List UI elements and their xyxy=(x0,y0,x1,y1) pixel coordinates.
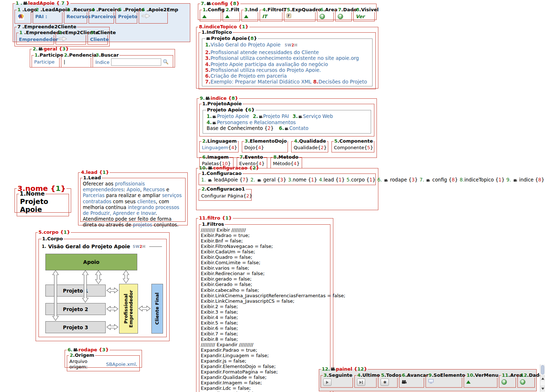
parceiros-link[interactable]: Parceiros xyxy=(91,14,116,19)
field-cliente: 3 .Cliente Cliente xyxy=(88,30,108,45)
field-area2: 11.Area xyxy=(499,373,516,388)
ver-toggle[interactable]: Ver xyxy=(356,14,365,19)
topic-link[interactable]: Decisões do Projeto xyxy=(318,79,367,85)
field-todos: 5.Todos xyxy=(378,373,397,388)
panel-rodape: 6.rodape {3} 2.Origem Arquivo origem: SB… xyxy=(65,347,142,368)
projector-icon xyxy=(208,179,212,182)
nav-link[interactable]: Personagens e Relacionamentos xyxy=(217,120,296,125)
nav-link[interactable]: Projeto Apoie xyxy=(217,114,249,119)
export-table-icon[interactable] xyxy=(286,13,291,19)
help-icon[interactable] xyxy=(338,14,343,19)
configure-page-link[interactable]: Configurar Página xyxy=(201,193,243,199)
field-empreendedor: 1 .Empreendedor Empreendedor xyxy=(16,30,54,45)
pai-link[interactable]: PAI : xyxy=(35,14,47,19)
nav-item: 3.Serviço Web xyxy=(293,114,333,119)
projector-icon xyxy=(513,179,517,182)
field-nome: 1.Nome Projeto Apoie xyxy=(17,191,69,216)
summary-segment: 6. rodape {3} xyxy=(377,177,418,183)
nav-link[interactable]: Projeto PAI xyxy=(263,114,289,119)
right-arrow-icon[interactable] xyxy=(141,13,151,20)
recursos-link[interactable]: Recursos xyxy=(66,14,91,19)
lead-text-segment[interactable]: Parcerias xyxy=(83,193,105,198)
origin-file-link[interactable]: SBApoie.xml xyxy=(106,362,136,367)
lead-text-segment: e xyxy=(165,187,169,192)
screen-icon[interactable] xyxy=(428,379,434,385)
right-arrow-icon[interactable] xyxy=(58,36,68,43)
topic-link[interactable]: Profissional atende necessidades do Clie… xyxy=(211,49,319,55)
panel-lead-header: 4.lead {1} xyxy=(80,170,110,175)
projeto-link[interactable]: Projeto xyxy=(118,14,137,19)
panel-corpo: 5.corpo {1} 1.Corpo 1. Visão Geral do Pr… xyxy=(36,230,170,341)
panel-painel: 12.painel {12} 3.Seguinte 4.Ultimo 5.Tod… xyxy=(319,367,537,391)
title-rule xyxy=(149,246,162,247)
panel-painel-header: 12.painel {12} xyxy=(321,367,368,372)
menu-triangle-icon[interactable] xyxy=(466,380,471,384)
topic-link[interactable]: Criação de Projeto em parceria xyxy=(211,73,287,79)
last-button[interactable] xyxy=(357,379,365,386)
diagram-title: 1. Visão Geral do Projeto Apoie 5W2H xyxy=(42,244,163,249)
apoio-diagram: Apoio Projeto 1 Projeto 2 Projeto 3 Prof… xyxy=(41,251,164,336)
topic-item: 2.Profissional atende necessidades do Cl… xyxy=(205,49,369,55)
field-configuracao: 1.Configuracao 1. leadApoie {7}2. geral … xyxy=(199,171,376,185)
field-participe: 1.Participe Participe xyxy=(32,53,60,68)
scroll-up-button[interactable] xyxy=(540,376,545,381)
topic-link[interactable]: Projeto Apoie participa da avaliação do … xyxy=(211,61,328,67)
scroll-down-button[interactable] xyxy=(540,386,545,391)
down-arrow-icon xyxy=(541,388,544,390)
panel-geral: 2.geral {3} 1.Participe Participe 2.Pend… xyxy=(30,46,175,68)
participe-link[interactable]: Participe xyxy=(34,59,54,65)
field-dado: 7.Dado xyxy=(335,7,352,21)
panel-leadapoie-header: 1 .leadApoie { 7 } xyxy=(15,1,70,6)
topic-link[interactable]: Profissional utiliza conhecimento existe… xyxy=(211,55,359,61)
filter-code-line: Exibir.FiltroNavegacao = false; xyxy=(201,244,329,249)
scrollbar-thumb[interactable] xyxy=(541,365,544,375)
lead-text-segment[interactable]: projetos xyxy=(133,222,152,228)
cliente-link[interactable]: Cliente xyxy=(90,37,109,42)
topic-item: 5.Profissional utiliza recursos do Proje… xyxy=(205,67,369,73)
index-card: 3.ElementoDojoDojo {4} xyxy=(242,139,288,152)
projector-icon xyxy=(212,122,216,124)
field-ind: 3.Ind xyxy=(241,7,258,21)
help-icon[interactable] xyxy=(501,379,507,385)
topic-link[interactable]: Profissional utiliza recursos do Projeto… xyxy=(211,67,321,73)
all-button[interactable] xyxy=(381,379,389,386)
index-card-link[interactable]: Linguagem xyxy=(202,145,228,150)
projector-icon xyxy=(212,115,216,118)
search-icon[interactable] xyxy=(163,59,168,66)
filter-code-line: Expandir.Linguagem = false; xyxy=(201,353,329,358)
collapse-triangle-icon[interactable] xyxy=(244,15,248,18)
it-toggle[interactable]: IT xyxy=(262,14,267,19)
filter-code-line: Exibir.Padrao = true; xyxy=(201,233,329,238)
topic-link[interactable]: Visão Geral do Projeto Apoie xyxy=(211,42,281,48)
help-icon[interactable] xyxy=(320,14,325,19)
indice-label[interactable]: Índice xyxy=(95,60,109,65)
lead-text-segment[interactable]: Recursos xyxy=(143,187,165,192)
nav-item: 1.Projeto Apoie xyxy=(207,114,249,119)
nav-link[interactable]: Contato xyxy=(289,126,308,131)
filter-code-line: Exibir.2 = false; xyxy=(201,304,329,309)
field-logo: 1 .Logo xyxy=(15,7,31,24)
summary-segment: 5.corpo {1} xyxy=(346,177,375,183)
filter-code-line: Exibir.Bnf = false; xyxy=(201,238,329,244)
projector-icon[interactable] xyxy=(402,380,407,384)
field-ultimo: 4.Ultimo xyxy=(354,373,377,388)
panel-filtro: 11.filtro {1} 1.Filtros ///////// Exibir… xyxy=(196,216,333,392)
lead-text-segment[interactable]: clientes xyxy=(137,199,156,204)
collapse-triangle-icon[interactable] xyxy=(202,15,207,18)
topic-link[interactable]: Exemplo: Preparar Material Didático XML xyxy=(211,79,312,85)
search-input[interactable] xyxy=(111,58,161,66)
collapse-triangle-icon[interactable] xyxy=(225,15,229,18)
site-nav-list: Projeto Apoie {6} 1.Projeto Apoie2.Proje… xyxy=(203,107,371,134)
empreendedor-link[interactable]: Empreendedor xyxy=(19,37,58,42)
projector-icon xyxy=(259,115,263,118)
summary-segment: 7. config {8} xyxy=(419,177,457,183)
lead-text-segment[interactable]: Apoio xyxy=(127,187,140,192)
apoie-logo-icon[interactable] xyxy=(17,13,25,22)
next-button[interactable] xyxy=(323,379,332,386)
help-icon[interactable] xyxy=(520,379,525,385)
filter-code-line: Exibir.varios = false; xyxy=(201,265,329,271)
nav-link[interactable]: Serviço Web xyxy=(303,114,333,119)
nav-row: 4.Personagens e Relacionamentos Base de … xyxy=(207,120,367,131)
vertical-scrollbar[interactable] xyxy=(540,364,545,392)
field-soelemento: 9.SoElemento xyxy=(426,373,462,388)
